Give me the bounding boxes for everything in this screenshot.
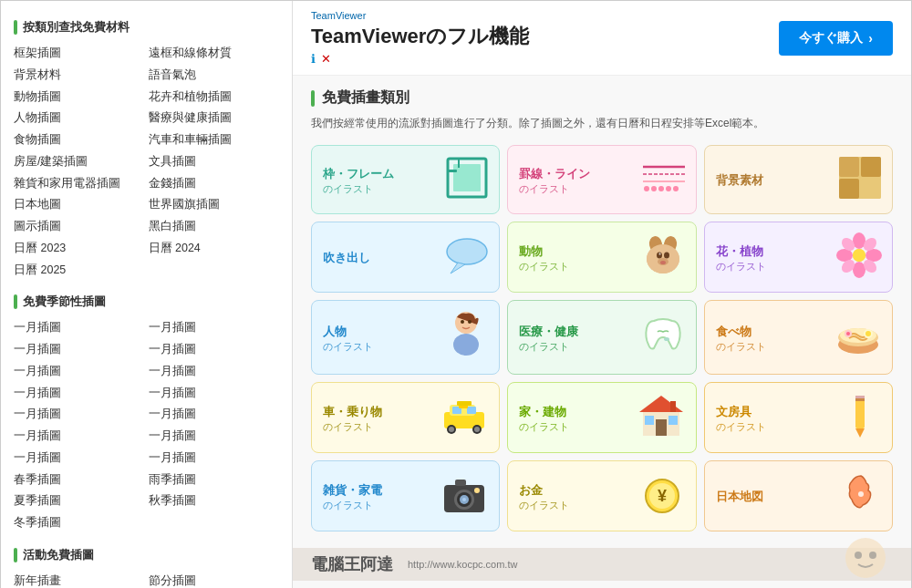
category-section-bar bbox=[311, 90, 315, 107]
sidebar-item-節分插圖[interactable]: 節分插圖 bbox=[149, 571, 284, 588]
card-lines[interactable]: 罫線・ライン のイラスト bbox=[507, 145, 696, 214]
sidebar-item-一月插圖1[interactable]: 一月插圖 bbox=[14, 317, 149, 339]
card-food[interactable]: 食べ物 のイラスト bbox=[704, 300, 893, 375]
card-money[interactable]: お金 のイラスト ¥ bbox=[507, 460, 696, 531]
card-goods-sub: のイラスト bbox=[323, 499, 382, 512]
sidebar-item-遠框線條材質[interactable]: 遠框和線條材質 bbox=[149, 43, 284, 65]
sidebar-item-日本地圖[interactable]: 日本地圖 bbox=[14, 194, 149, 216]
card-background-icon bbox=[837, 155, 883, 206]
card-vehicle-name: 車・乗り物 bbox=[323, 404, 382, 420]
close-icon[interactable]: ✕ bbox=[321, 52, 331, 66]
card-person[interactable]: 人物 のイラスト bbox=[311, 300, 500, 375]
card-flower-text: 花・植物 のイラスト bbox=[716, 243, 766, 273]
svg-point-26 bbox=[660, 261, 666, 264]
sidebar-item-一月插圖4[interactable]: 一月插圖 bbox=[14, 383, 149, 405]
tv-title: TeamViewerのフル機能 bbox=[311, 23, 529, 50]
sidebar-item-一月插圖12[interactable]: 一月插圖 bbox=[149, 404, 284, 426]
sidebar-item-語音氣泡[interactable]: 語音氣泡 bbox=[149, 65, 284, 87]
card-medical-icon bbox=[639, 312, 687, 365]
sidebar-item-日曆2024[interactable]: 日曆 2024 bbox=[149, 238, 284, 260]
sidebar-item-金錢插圖[interactable]: 金錢插圖 bbox=[149, 173, 284, 195]
sidebar-item-雜貨家電插圖[interactable]: 雜貨和家用電器插圖 bbox=[14, 173, 149, 195]
card-flower-name: 花・植物 bbox=[716, 243, 766, 260]
sidebar-item-春季插圖[interactable]: 春季插圖 bbox=[14, 469, 149, 491]
sidebar-item-背景材料[interactable]: 背景材料 bbox=[14, 65, 149, 87]
sidebar-item-一月插圖7[interactable]: 一月插圖 bbox=[14, 448, 149, 469]
sidebar-item-汽車車輛插圖[interactable]: 汽車和車輛插圖 bbox=[149, 129, 284, 151]
sidebar-item-食物插圖[interactable]: 食物插圖 bbox=[14, 129, 149, 151]
sidebar-section-seasonal-title: 免費季節性插圖 bbox=[23, 294, 106, 310]
card-food-name: 食べ物 bbox=[716, 324, 766, 340]
sidebar-item-日曆2025[interactable]: 日曆 2025 bbox=[14, 260, 149, 282]
card-lines-icon bbox=[641, 160, 687, 201]
card-vehicle[interactable]: 車・乗り物 のイラスト bbox=[311, 382, 500, 453]
sidebar-item-圖示插圖[interactable]: 圖示插圖 bbox=[14, 216, 149, 238]
sidebar-item-一月插圖6[interactable]: 一月插圖 bbox=[14, 426, 149, 448]
sidebar-item-黑白插圖[interactable]: 黑白插圖 bbox=[149, 216, 284, 238]
card-food-icon bbox=[834, 314, 883, 363]
card-medical[interactable]: 医療・健康 のイラスト bbox=[507, 300, 696, 375]
info-icon[interactable]: ℹ bbox=[311, 52, 316, 66]
sidebar-item-一月插圖13[interactable]: 一月插圖 bbox=[149, 426, 284, 448]
svg-point-40 bbox=[453, 334, 479, 356]
svg-marker-61 bbox=[639, 396, 683, 412]
svg-rect-60 bbox=[457, 401, 472, 406]
card-medical-text: 医療・健康 のイラスト bbox=[519, 324, 578, 354]
card-person-sub: のイラスト bbox=[323, 340, 373, 354]
card-frame[interactable]: 枠・フレーム のイラスト bbox=[311, 145, 500, 214]
sidebar-item-一月插圖5[interactable]: 一月插圖 bbox=[14, 404, 149, 426]
sidebar-item-框架插圖[interactable]: 框架插圖 bbox=[14, 43, 149, 65]
sidebar-item-新年插畫[interactable]: 新年插畫 bbox=[14, 571, 149, 588]
sidebar-item-醫療健康插圖[interactable]: 醫療與健康插圖 bbox=[149, 108, 284, 129]
sidebar-events-nav: 新年插畫 情人節插圖 白色情人節插圖 聖誕插圖 節分插圖 希望節插圖 復活節插圖 bbox=[14, 571, 283, 588]
sidebar-item-人物插圖[interactable]: 人物插圖 bbox=[14, 108, 149, 129]
card-flower[interactable]: 花・植物 のイラスト bbox=[704, 222, 893, 293]
sidebar-item-夏季插圖[interactable]: 夏季插圖 bbox=[14, 490, 149, 512]
sidebar-seasonal-nav: 一月插圖 一月插圖 一月插圖 一月插圖 一月插圖 一月插圖 一月插圖 春季插圖 … bbox=[14, 317, 283, 534]
buy-button[interactable]: 今すぐ購入 › bbox=[779, 21, 893, 56]
card-map[interactable]: 日本地図 bbox=[704, 460, 893, 531]
svg-marker-18 bbox=[451, 263, 465, 273]
sidebar-item-秋季插圖[interactable]: 秋季插圖 bbox=[149, 490, 284, 512]
svg-point-9 bbox=[658, 186, 664, 191]
card-stationery[interactable]: 文房具 のイラスト bbox=[704, 382, 893, 453]
card-goods[interactable]: 雑貨・家電 のイラスト bbox=[311, 460, 500, 531]
svg-point-8 bbox=[651, 186, 657, 191]
svg-rect-65 bbox=[668, 416, 678, 425]
card-house[interactable]: 家・建物 のイラスト bbox=[507, 382, 696, 453]
sidebar-section-free-material-title: 按類別查找免費材料 bbox=[23, 19, 130, 36]
sidebar-item-一月插圖10[interactable]: 一月插圖 bbox=[149, 361, 284, 383]
card-animal[interactable]: 動物 のイラスト bbox=[507, 222, 696, 293]
sidebar-section-events-title: 活動免費插圖 bbox=[23, 547, 94, 563]
sidebar-item-房屋建築插圖[interactable]: 房屋/建築插圖 bbox=[14, 151, 149, 173]
sidebar-item-日曆2023[interactable]: 日曆 2023 bbox=[14, 238, 149, 260]
sidebar-events-col-1: 新年插畫 情人節插圖 白色情人節插圖 聖誕插圖 bbox=[14, 571, 149, 588]
sidebar-item-一月插圖2[interactable]: 一月插圖 bbox=[14, 339, 149, 361]
sidebar-events-col-2: 節分插圖 希望節插圖 復活節插圖 bbox=[149, 571, 284, 588]
card-stationery-name: 文房具 bbox=[716, 404, 766, 420]
sidebar-item-一月插圖11[interactable]: 一月插圖 bbox=[149, 383, 284, 405]
svg-point-31 bbox=[836, 249, 853, 262]
svg-point-7 bbox=[644, 186, 649, 191]
card-food-text: 食べ物 のイラスト bbox=[716, 324, 766, 354]
card-house-icon bbox=[636, 392, 687, 445]
sidebar-item-一月插圖3[interactable]: 一月插圖 bbox=[14, 361, 149, 383]
svg-rect-15 bbox=[839, 179, 859, 199]
sidebar-item-世界國旗插圖[interactable]: 世界國旗插圖 bbox=[149, 194, 284, 216]
card-background[interactable]: 背景素材 bbox=[704, 145, 893, 214]
svg-marker-68 bbox=[855, 428, 865, 438]
svg-point-37 bbox=[853, 249, 865, 262]
sidebar-item-動物插圖[interactable]: 動物插圖 bbox=[14, 87, 149, 108]
card-food-sub: のイラスト bbox=[716, 340, 766, 354]
sidebar-item-文具插圖[interactable]: 文具插圖 bbox=[149, 151, 284, 173]
sidebar-item-一月插圖14[interactable]: 一月插圖 bbox=[149, 448, 284, 469]
sidebar-item-雨季插圖[interactable]: 雨季插圖 bbox=[149, 469, 284, 491]
category-section: 免費插畫類別 我們按經常使用的流派對插圖進行了分類。除了插圖之外，還有日曆和日程… bbox=[293, 76, 911, 544]
sidebar-item-花卉植物插圖[interactable]: 花卉和植物插圖 bbox=[149, 87, 284, 108]
sidebar-item-一月插圖9[interactable]: 一月插圖 bbox=[149, 339, 284, 361]
card-speech[interactable]: 吹き出し bbox=[311, 222, 500, 293]
card-flower-sub: のイラスト bbox=[716, 260, 766, 273]
sidebar-item-一月插圖8[interactable]: 一月插圖 bbox=[149, 317, 284, 339]
card-map-icon bbox=[835, 470, 883, 523]
sidebar-item-冬季插圖[interactable]: 冬季插圖 bbox=[14, 512, 149, 534]
